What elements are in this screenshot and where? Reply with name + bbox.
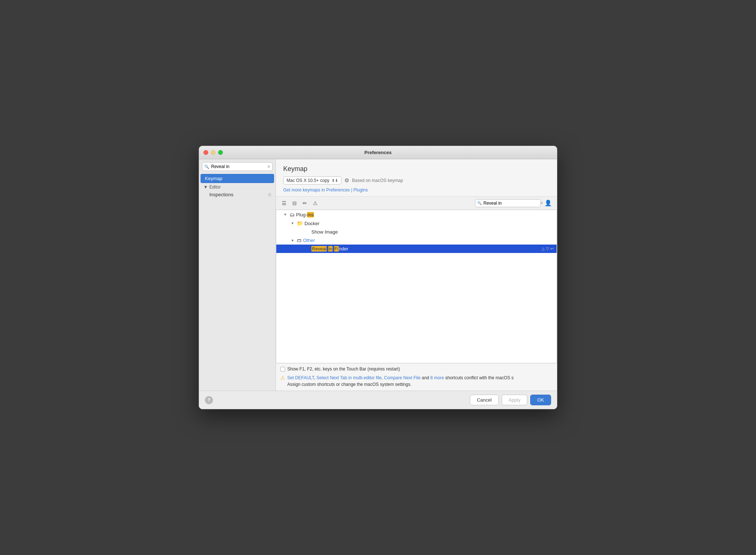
copy-icon: ⎘ <box>269 193 271 197</box>
search-right-icon: 🔍 <box>477 201 482 205</box>
compare-next-file-link[interactable]: Compare Next File <box>384 375 420 380</box>
window-title: Preferences <box>364 150 392 155</box>
ok-button[interactable]: OK <box>530 395 551 405</box>
plugins-folder-icon: 🗂 <box>289 212 295 217</box>
main-panel: Keymap Mac OS X 10.5+ copy ⬆⬇ ⚙ Based on… <box>276 159 557 391</box>
other-label: Other <box>303 238 315 243</box>
tree-item-docker[interactable]: ▼ 📁 Docker <box>276 219 557 228</box>
traffic-lights <box>203 150 223 155</box>
more-keymaps-link[interactable]: Get more keymaps in Preferences | Plugin… <box>283 187 368 193</box>
reveal-item-actions: △ ▽ ↩ <box>542 246 554 251</box>
warning-shortcut-button[interactable]: ⚠ <box>311 199 320 207</box>
based-on-text: Based on macOS keymap <box>352 178 403 183</box>
person-search-icon[interactable]: 👤 <box>543 199 553 207</box>
more-keymaps-line: Get more keymaps in Preferences | Plugin… <box>283 187 550 193</box>
preferences-window: Preferences 🔍 ✕ Keymap ▼ Editor <box>199 146 557 409</box>
tree-item-show-image[interactable]: Show Image <box>276 228 557 236</box>
dropdown-arrows-icon: ⬆⬇ <box>332 178 338 183</box>
reveal-in-finder-label: Reveal in Finder <box>311 246 348 252</box>
cancel-button[interactable]: Cancel <box>470 395 498 405</box>
sidebar-search-clear-icon[interactable]: ✕ <box>267 164 270 169</box>
close-button[interactable] <box>203 150 208 155</box>
tree-item-other[interactable]: ▼ 🗃 Other <box>276 236 557 245</box>
page-title: Keymap <box>283 165 550 173</box>
tree-item-reveal-in-finder[interactable]: Reveal in Finder △ ▽ ↩ <box>276 245 557 253</box>
sidebar-item-keymap[interactable]: Keymap <box>201 174 274 183</box>
reveal-down-icon[interactable]: ▽ <box>546 246 549 251</box>
touch-bar-checkbox-row: Show F1, F2, etc. keys on the Touch Bar … <box>280 366 553 372</box>
toolbar-row: ☰ ⊟ ✏ ⚠ 🔍 ✕ 👤 <box>276 197 557 210</box>
reveal-highlight: Reveal <box>311 246 327 252</box>
show-image-label: Show Image <box>311 229 338 235</box>
reveal-up-icon[interactable]: △ <box>542 246 544 251</box>
sidebar: 🔍 ✕ Keymap ▼ Editor Inspections ⎘ <box>199 159 276 391</box>
warning-row: ⚠ Set DEFAULT, Select Next Tab in multi-… <box>280 375 553 388</box>
plugins-toggle-icon: ▼ <box>284 213 288 216</box>
set-default-link[interactable]: Set DEFAULT <box>287 375 314 380</box>
maximize-button[interactable] <box>218 150 223 155</box>
search-bar-right: 🔍 ✕ 👤 <box>475 199 553 207</box>
keymap-search-input[interactable] <box>475 199 541 207</box>
other-toggle-icon: ▼ <box>291 239 295 242</box>
inspections-label: Inspections <box>209 192 233 197</box>
minimize-button[interactable] <box>211 150 216 155</box>
keymap-tree[interactable]: ▼ 🗂 Plug-ins ▼ 📁 Docker Show Image ▼ <box>276 210 557 363</box>
reveal-enter-icon[interactable]: ↩ <box>550 246 554 251</box>
sidebar-editor-section-label[interactable]: ▼ Editor <box>203 185 271 190</box>
sidebar-search-icon: 🔍 <box>204 164 209 169</box>
more-conflicts-link[interactable]: 8 more <box>430 375 444 380</box>
edit-shortcut-button[interactable]: ✏ <box>300 199 309 207</box>
warning-icon: ⚠ <box>280 375 285 381</box>
keymap-search-clear-icon[interactable]: ✕ <box>540 201 543 205</box>
sidebar-section-editor: ▼ Editor <box>199 183 276 190</box>
apply-button[interactable]: Apply <box>502 395 528 405</box>
keymap-controls: Mac OS X 10.5+ copy ⬆⬇ ⚙ Based on macOS … <box>283 176 550 185</box>
tree-item-plugins[interactable]: ▼ 🗂 Plug-ins <box>276 210 557 219</box>
footer: ? Cancel Apply OK <box>199 391 557 409</box>
sidebar-search-input[interactable] <box>202 162 273 171</box>
bottom-bar: Show F1, F2, etc. keys on the Touch Bar … <box>276 363 557 391</box>
help-button[interactable]: ? <box>205 396 213 404</box>
editor-chevron-icon: ▼ <box>203 185 208 190</box>
docker-folder-icon: 📁 <box>297 220 303 226</box>
keymap-dropdown[interactable]: Mac OS X 10.5+ copy ⬆⬇ <box>283 176 341 185</box>
warning-text: Set DEFAULT, Select Next Tab in multi-ed… <box>287 375 514 388</box>
expand-all-button[interactable]: ☰ <box>280 199 289 207</box>
keymap-settings-icon[interactable]: ⚙ <box>344 177 349 184</box>
main-header: Keymap Mac OS X 10.5+ copy ⬆⬇ ⚙ Based on… <box>276 159 557 197</box>
docker-toggle-icon: ▼ <box>291 221 295 225</box>
select-next-tab-link[interactable]: Select Next Tab in multi-editor file <box>317 375 382 380</box>
keymap-dropdown-label: Mac OS X 10.5+ copy <box>287 178 329 183</box>
content-area: 🔍 ✕ Keymap ▼ Editor Inspections ⎘ <box>199 159 557 391</box>
sidebar-keymap-label: Keymap <box>205 176 222 181</box>
fi-highlight: Fi <box>334 246 339 252</box>
title-bar: Preferences <box>199 146 557 159</box>
docker-label: Docker <box>304 221 319 226</box>
in-highlight: in <box>328 246 333 252</box>
sidebar-item-inspections[interactable]: Inspections ⎘ <box>199 190 276 199</box>
touch-bar-checkbox[interactable] <box>280 367 285 372</box>
touch-bar-checkbox-label: Show F1, F2, etc. keys on the Touch Bar … <box>287 366 400 372</box>
plugins-label: Plug-ins <box>296 212 314 217</box>
other-folder-icon: 🗃 <box>297 238 302 243</box>
plugins-highlight: ins <box>307 212 314 217</box>
collapse-all-button[interactable]: ⊟ <box>290 199 299 207</box>
sidebar-search-box[interactable]: 🔍 ✕ <box>202 162 273 171</box>
footer-buttons: Cancel Apply OK <box>470 395 551 405</box>
